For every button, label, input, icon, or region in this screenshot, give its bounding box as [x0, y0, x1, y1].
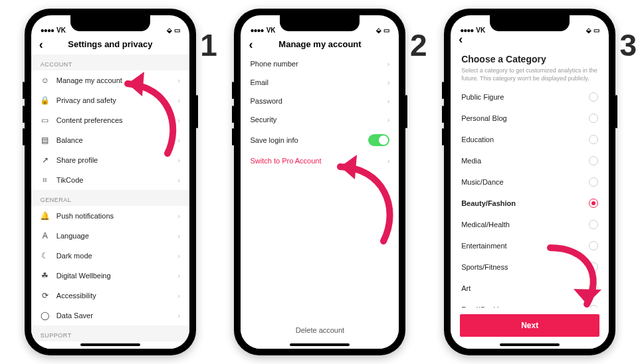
page-title: Manage my account: [278, 39, 361, 49]
category-label: Food/Cooking: [461, 306, 507, 308]
access-icon: ⟳: [41, 291, 50, 300]
category-sports-fitness[interactable]: Sports/Fitness: [451, 256, 609, 278]
settings-row-language[interactable]: ALanguage›: [31, 226, 189, 246]
category-content: Choose a Category Select a category to g…: [451, 45, 609, 349]
settings-list: ACCOUNT☺Manage my account›🔒Privacy and s…: [31, 54, 189, 349]
section-header: ACCOUNT: [31, 54, 189, 70]
radio-button[interactable]: [589, 156, 598, 165]
category-personal-blog[interactable]: Personal Blog: [451, 108, 609, 129]
notch: [280, 15, 360, 31]
settings-row-dark-mode[interactable]: ☾Dark mode›: [31, 246, 189, 266]
chevron-right-icon: ›: [387, 116, 390, 124]
radio-button[interactable]: [589, 284, 598, 293]
settings-row-balance[interactable]: ▤Balance›: [31, 130, 189, 150]
category-title: Choose a Category: [451, 45, 609, 67]
lock-icon: 🔒: [41, 96, 50, 105]
radio-button[interactable]: [589, 114, 598, 123]
radio-button[interactable]: [589, 220, 598, 229]
category-label: Sports/Fitness: [461, 263, 508, 271]
back-button[interactable]: ‹: [459, 33, 463, 45]
notch: [490, 15, 570, 31]
home-indicator[interactable]: [80, 343, 140, 346]
wifi-icon: ⬙: [376, 27, 381, 34]
account-row-switch-to-pro-account[interactable]: Switch to Pro Account›: [241, 151, 399, 170]
radio-button[interactable]: [589, 135, 598, 144]
category-label: Education: [461, 136, 494, 143]
row-label: Digital Wellbeing: [56, 272, 171, 280]
settings-row-accessibility[interactable]: ⟳Accessibility›: [31, 286, 189, 306]
category-education[interactable]: Education: [451, 129, 609, 150]
settings-row-tikcode[interactable]: ⌗TikCode›: [31, 170, 189, 190]
chevron-right-icon: ›: [177, 272, 180, 280]
radio-button[interactable]: [589, 199, 598, 208]
account-row-phone-number[interactable]: Phone number›: [241, 54, 399, 73]
chevron-right-icon: ›: [177, 252, 180, 260]
section-header: GENERAL: [31, 190, 189, 206]
nav-header: ‹ Settings and privacy: [31, 35, 189, 54]
chevron-right-icon: ›: [177, 212, 180, 220]
wifi-icon: ⬙: [167, 27, 172, 34]
account-row-email[interactable]: Email›: [241, 73, 399, 92]
row-label: Save login info: [250, 136, 362, 144]
next-button[interactable]: Next: [460, 314, 599, 337]
back-button[interactable]: ‹: [249, 39, 253, 50]
chevron-right-icon: ›: [177, 156, 180, 164]
carrier-label: VK: [476, 27, 485, 34]
chevron-right-icon: ›: [177, 136, 180, 144]
step-number-2: 2: [410, 30, 427, 60]
category-label: Entertainment: [461, 242, 506, 250]
phone-frame-1: ●●●● VK 13:26 ⬙ ▭ ‹ Settings and privacy…: [25, 9, 196, 355]
category-medical-health[interactable]: Medical/Health: [451, 214, 609, 235]
radio-button[interactable]: [589, 305, 598, 308]
settings-row-content-preferences[interactable]: ▭Content preferences›: [31, 110, 189, 130]
screen-settings: ●●●● VK 13:26 ⬙ ▭ ‹ Settings and privacy…: [31, 15, 189, 349]
chevron-right-icon: ›: [177, 312, 180, 319]
row-label: Balance: [56, 136, 171, 144]
category-food-cooking[interactable]: Food/Cooking: [451, 299, 609, 308]
category-art[interactable]: Art: [451, 278, 609, 299]
category-music-dance[interactable]: Music/Dance: [451, 171, 609, 193]
nav-header: ‹: [451, 35, 609, 45]
chevron-right-icon: ›: [387, 78, 390, 86]
report-icon: ✎: [41, 347, 50, 349]
settings-row-manage-my-account[interactable]: ☺Manage my account›: [31, 70, 189, 90]
home-indicator[interactable]: [500, 343, 560, 346]
toggle-switch[interactable]: [368, 134, 389, 146]
category-media[interactable]: Media: [451, 150, 609, 171]
settings-row-data-saver[interactable]: ◯Data Saver›: [31, 306, 189, 325]
settings-row-digital-wellbeing[interactable]: ☘Digital Wellbeing›: [31, 266, 189, 286]
account-row-save-login-info[interactable]: Save login info: [241, 129, 399, 151]
settings-row-push-notifications[interactable]: 🔔Push notifications›: [31, 206, 189, 226]
battery-icon: ▭: [174, 27, 180, 34]
account-row-password[interactable]: Password›: [241, 92, 399, 110]
category-beauty-fashion[interactable]: Beauty/Fashion: [451, 193, 609, 214]
moon-icon: ☾: [41, 251, 50, 260]
wellbeing-icon: ☘: [41, 271, 50, 280]
radio-button[interactable]: [589, 241, 598, 250]
row-label: Switch to Pro Account: [250, 157, 380, 165]
category-label: Public Figure: [461, 93, 504, 101]
account-row-security[interactable]: Security›: [241, 110, 399, 129]
battery-icon: ▭: [593, 27, 599, 34]
section-header: SUPPORT: [31, 325, 189, 341]
category-entertainment[interactable]: Entertainment: [451, 235, 609, 256]
radio-button[interactable]: [589, 177, 598, 187]
back-button[interactable]: ‹: [39, 39, 43, 50]
radio-button[interactable]: [589, 262, 598, 272]
wallet-icon: ▤: [41, 136, 50, 145]
home-indicator[interactable]: [290, 343, 350, 346]
chevron-right-icon: ›: [177, 76, 180, 84]
chevron-right-icon: ›: [177, 176, 180, 184]
row-label: Privacy and safety: [56, 96, 171, 104]
chevron-right-icon: ›: [387, 60, 390, 68]
category-label: Beauty/Fashion: [461, 199, 516, 207]
battery-icon: ▭: [383, 27, 389, 34]
tikcode-icon: ⌗: [41, 175, 50, 185]
bell-icon: 🔔: [41, 211, 50, 221]
settings-row-privacy-and-safety[interactable]: 🔒Privacy and safety›: [31, 90, 189, 110]
category-label: Music/Dance: [461, 178, 504, 186]
row-label: Push notifications: [56, 212, 171, 220]
category-public-figure[interactable]: Public Figure: [451, 86, 609, 108]
settings-row-share-profile[interactable]: ↗Share profile›: [31, 150, 189, 170]
radio-button[interactable]: [589, 92, 598, 102]
